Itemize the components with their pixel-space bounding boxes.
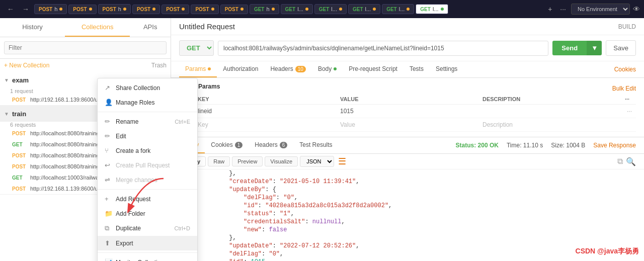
tab-post-3[interactable]: POSTh	[98, 4, 131, 14]
sidebar-tab-apis[interactable]: APIs	[130, 18, 171, 37]
menu-divider	[98, 189, 197, 190]
row-action-button[interactable]: ···	[627, 108, 632, 115]
menu-item-label: Add Folder	[116, 210, 145, 217]
param-value-input[interactable]	[340, 108, 474, 115]
tab-get-5[interactable]: GETl...	[382, 4, 414, 14]
tab-get-2[interactable]: GETl...	[281, 4, 313, 14]
cookies-link[interactable]: Cookies	[614, 66, 636, 73]
tab-headers[interactable]: Headers 10	[264, 61, 311, 77]
sidebar-tab-history[interactable]: History	[0, 18, 65, 37]
monitor-icon: 📊	[105, 258, 112, 261]
send-button-group: Send ▼	[552, 41, 602, 55]
tab-post-5[interactable]: POST	[162, 5, 189, 14]
code-line: 17 },	[171, 234, 644, 242]
tab-post-7[interactable]: POST	[220, 5, 248, 14]
method-badge-post: POST	[12, 97, 27, 103]
menu-item-add-request[interactable]: + Add Request	[98, 192, 197, 206]
sidebar-actions: + New Collection Trash	[0, 59, 171, 72]
trash-button[interactable]: Trash	[151, 62, 167, 69]
more-tabs-button[interactable]: ···	[557, 4, 569, 14]
save-button[interactable]: Save	[606, 40, 636, 56]
params-table: KEY VALUE DESCRIPTION ··· ···	[179, 94, 636, 132]
code-line: 13 "id": "4028ea815a3d2a8c015a3d2f8d2a00…	[171, 202, 644, 210]
rename-icon: ✏	[105, 118, 112, 125]
param-description-input[interactable]	[482, 121, 617, 128]
tab-get-4[interactable]: GETl...	[348, 4, 380, 14]
format-preview-button[interactable]: Preview	[232, 156, 263, 166]
description-col-header: DESCRIPTION	[478, 94, 621, 105]
pull-request-icon: ↩	[105, 161, 112, 169]
menu-item-label: Create a fork	[116, 147, 150, 154]
format-visualize-button[interactable]: Visualize	[265, 156, 298, 166]
save-response-button[interactable]: Save Response	[593, 142, 636, 149]
search-icon[interactable]: 🔍	[626, 157, 636, 166]
menu-item-edit[interactable]: ✏ Edit	[98, 129, 197, 143]
send-button[interactable]: Send	[552, 41, 587, 55]
tab-get-1[interactable]: GETh	[250, 4, 279, 14]
table-view-icon[interactable]: ☰	[338, 156, 346, 167]
tab-body[interactable]: Body	[312, 61, 343, 77]
code-line: 12 "delFlag": "0",	[171, 194, 644, 202]
eye-icon[interactable]: 👁	[633, 5, 640, 13]
shortcut-label: Ctrl+E	[175, 119, 190, 125]
bulk-edit-button[interactable]: Bulk Edit	[612, 85, 636, 92]
method-badge-post: POST	[12, 153, 27, 158]
code-line: 18 "updateDate": "2022-07-12 20:52:26",	[171, 242, 644, 250]
environment-select[interactable]: No Environment	[571, 4, 630, 15]
param-value-input[interactable]	[340, 121, 474, 128]
menu-item-label: Duplicate	[116, 225, 141, 232]
code-line: 10 "createDate": "2021-05-10 11:39:41",	[171, 178, 644, 186]
menu-item-manage-roles[interactable]: 👤 Manage Roles	[98, 95, 197, 110]
search-input[interactable]	[4, 41, 167, 54]
menu-item-monitor[interactable]: 📊 Monitor Collection	[98, 255, 197, 261]
tab-response-headers[interactable]: Headers 6	[249, 137, 293, 153]
actions-col-header: ···	[621, 94, 636, 105]
copy-icon[interactable]: ⧉	[617, 157, 623, 166]
sidebar-tab-collections[interactable]: Collections	[65, 18, 130, 37]
menu-item-rename[interactable]: ✏ Rename Ctrl+E	[98, 114, 197, 129]
code-line: 16 "new": false	[171, 226, 644, 234]
url-input[interactable]	[218, 41, 548, 56]
menu-item-label: Create Pull Request	[116, 162, 170, 169]
main-content: Untitled Request BUILD GET Send ▼ Save P…	[171, 18, 644, 261]
menu-item-label: Manage Roles	[116, 99, 154, 106]
method-select[interactable]: GET	[179, 40, 214, 56]
tab-post-6[interactable]: POST	[191, 5, 218, 14]
menu-item-duplicate[interactable]: ⧉ Duplicate Ctrl+D	[98, 221, 197, 236]
menu-item-create-fork[interactable]: ⑂ Create a fork	[98, 143, 197, 158]
forward-button[interactable]: →	[19, 4, 32, 14]
response-action-icons: ⧉ 🔍	[617, 157, 636, 166]
request-tab-group: Params Authorization Headers 10 Body Pre…	[171, 61, 644, 78]
param-key-input[interactable]	[198, 108, 332, 115]
tab-settings[interactable]: Settings	[430, 61, 463, 77]
tab-pre-request[interactable]: Pre-request Script	[343, 61, 404, 77]
tab-get-3[interactable]: GETl...	[314, 4, 347, 14]
param-key-input[interactable]	[198, 121, 332, 128]
method-badge-get: GET	[12, 175, 27, 181]
tab-post-4[interactable]: POST	[132, 5, 160, 14]
table-row	[179, 118, 636, 132]
menu-item-add-folder[interactable]: 📁 Add Folder	[98, 206, 197, 221]
send-dropdown-button[interactable]: ▼	[587, 41, 602, 55]
json-format-select[interactable]: JSON	[300, 156, 334, 167]
add-tab-button[interactable]: +	[545, 4, 555, 14]
fork-icon: ⑂	[105, 147, 112, 154]
format-raw-button[interactable]: Raw	[208, 156, 230, 166]
tab-post-1[interactable]: POSTh	[34, 4, 67, 14]
menu-item-export[interactable]: ⬆ Export	[98, 236, 197, 250]
tab-test-results[interactable]: Test Results	[293, 137, 338, 153]
tab-get-active[interactable]: GETl...	[416, 4, 448, 14]
request-tabs: POSTh POST POSTh POST POST POST POST GET…	[34, 4, 543, 14]
response-tab-group: Body Cookies 1 Headers 6 Test Results St…	[171, 137, 644, 154]
key-col-header: KEY	[194, 94, 336, 105]
tab-authorization[interactable]: Authorization	[217, 61, 264, 77]
code-line: 15 "credentialsSalt": nullnull,	[171, 218, 644, 226]
new-collection-button[interactable]: + New Collection	[4, 62, 49, 69]
tab-post-2[interactable]: POST	[68, 5, 96, 14]
tab-params[interactable]: Params	[179, 61, 217, 77]
back-button[interactable]: ←	[4, 4, 17, 14]
param-description-input[interactable]	[482, 108, 617, 115]
tab-response-cookies[interactable]: Cookies 1	[205, 137, 249, 153]
tab-tests[interactable]: Tests	[404, 61, 430, 77]
menu-item-share[interactable]: ↗ Share Collection	[98, 80, 197, 95]
